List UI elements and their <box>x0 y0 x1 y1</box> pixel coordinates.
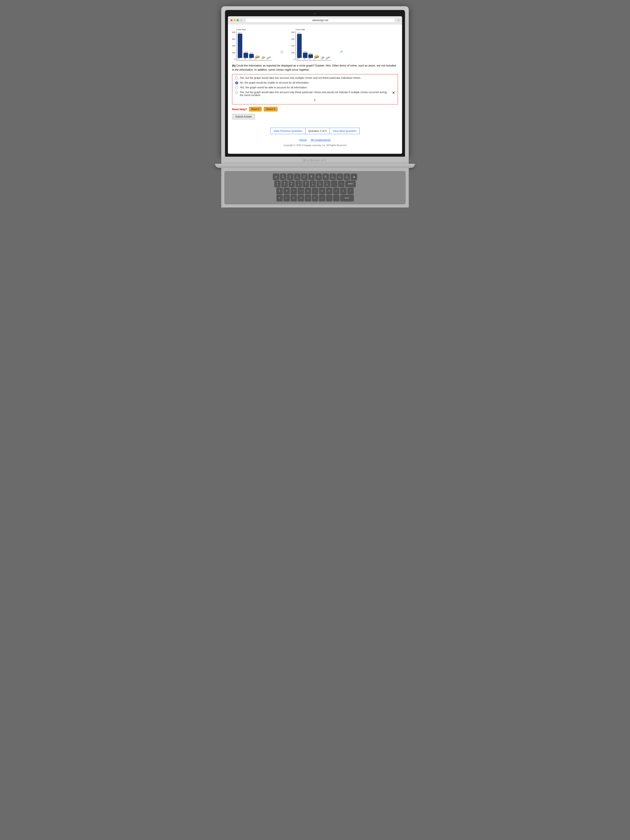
key-f10[interactable]: 🔇F10 <box>330 174 336 180</box>
chart1-title: Crime Rate <box>236 28 272 31</box>
key-9[interactable]: (9 <box>317 181 323 187</box>
key-delete[interactable]: delete <box>345 181 355 187</box>
radio-input-3[interactable] <box>235 86 238 89</box>
key-6[interactable]: ^6 <box>295 181 302 187</box>
view-previous-question-button[interactable]: View Previous Question <box>270 128 305 134</box>
radio-option-4[interactable]: Yes, but the graph would take into accou… <box>235 91 395 97</box>
key-semicolon[interactable]: ; <box>326 195 332 201</box>
key-i[interactable]: I <box>312 188 318 194</box>
read-it-button[interactable]: Read It <box>249 107 262 112</box>
key-e[interactable]: E <box>276 188 283 194</box>
radio-input-4[interactable] <box>235 91 238 94</box>
key-j[interactable]: J <box>305 195 311 201</box>
radio-option-1-text: Yes, but the graph would take into accou… <box>240 76 361 79</box>
browser-toolbar: ≡ webassign.net ↻ <box>228 16 402 24</box>
chart2-bars: 573.7 Burglary 123.3 Motor <box>295 31 332 60</box>
key-f5[interactable]: ☀F5 <box>294 174 300 180</box>
radio-input-1[interactable] <box>235 77 238 80</box>
footer-links: Home My Assignments <box>232 138 398 142</box>
key-8[interactable]: *8 <box>310 181 316 187</box>
bar-rape-2: 3.6 Rape <box>320 56 325 60</box>
key-equals[interactable]: = <box>338 181 344 187</box>
key-f12[interactable]: 🔊F12 <box>344 174 350 180</box>
key-f8[interactable]: ⏯F8 <box>316 174 322 180</box>
question-text: (b) Could the information as reported be… <box>232 63 398 72</box>
address-bar[interactable]: webassign.net <box>245 18 395 22</box>
answer-box: Yes, but the graph would take into accou… <box>232 74 398 104</box>
key-l[interactable]: L <box>319 195 325 201</box>
function-key-row: 🖥️F2 ⊞F3 ⊟F4 ☀F5 ☀☀F6 ⏮F7 ⏯F8 ⏭F9 🔇F10 🔉… <box>227 174 403 180</box>
radio-option-3[interactable]: Yes, the graph would be able to account … <box>235 86 395 89</box>
laptop-bottom <box>215 164 415 168</box>
key-0[interactable]: )0 <box>324 181 330 187</box>
key-f7[interactable]: ⏮F7 <box>308 174 314 180</box>
key-lbracket[interactable]: { <box>333 188 339 194</box>
chart1-container: 800 600 400 200 0 Crime Rate <box>232 28 272 60</box>
browser-content: 800 600 400 200 0 Crime Rate <box>228 24 402 154</box>
maximize-button[interactable] <box>237 19 239 21</box>
macbook-label: MacBook Air <box>303 158 327 162</box>
keyboard: 🖥️F2 ⊞F3 ⊟F4 ☀F5 ☀☀F6 ⏮F7 ⏯F8 ⏭F9 🔇F10 🔉… <box>224 171 406 204</box>
d-key-row: D F G H J K L ; ' return <box>227 195 403 201</box>
browser-dots <box>231 19 239 21</box>
bar-murder-2: Murder <box>325 58 330 60</box>
radio-option-3-text: Yes, the graph would be able to account … <box>240 86 308 89</box>
key-y[interactable]: Y <box>298 188 304 194</box>
my-assignments-link[interactable]: My Assignments <box>311 138 331 142</box>
key-f4[interactable]: ⊟F4 <box>287 174 293 180</box>
key-k[interactable]: K <box>312 195 318 201</box>
radio-option-2[interactable]: No, the graph would be unable to account… <box>235 81 395 84</box>
macbook-label-area: MacBook Air <box>221 157 409 164</box>
chart1-y-axis: 800 600 400 200 0 <box>232 31 236 60</box>
key-rbracket[interactable]: } <box>340 188 346 194</box>
key-f9[interactable]: ⏭F9 <box>322 174 329 180</box>
key-5[interactable]: %5 <box>289 181 295 187</box>
chart2-title: Crime Rate <box>295 28 332 31</box>
chart1-radio[interactable] <box>281 51 283 54</box>
radio-input-2[interactable] <box>235 82 238 84</box>
key-quote[interactable]: ' <box>333 195 339 201</box>
key-4[interactable]: $4 <box>281 181 288 187</box>
key-p[interactable]: P <box>326 188 332 194</box>
key-return[interactable]: return <box>340 195 354 201</box>
chart2-wrapper: 800 600 400 200 0 Crime Rate 573.7 <box>292 28 332 60</box>
key-t[interactable]: T <box>291 188 297 194</box>
refresh-icon[interactable]: ↻ <box>398 19 399 22</box>
question-section: (b) Could the information as reported be… <box>232 63 398 147</box>
check-icon: ✓ <box>340 49 343 54</box>
key-g[interactable]: G <box>291 195 297 201</box>
close-button[interactable] <box>231 19 232 21</box>
key-h[interactable]: H <box>298 195 304 201</box>
screen-bezel: ≡ webassign.net ↻ 800 600 400 <box>225 10 405 157</box>
key-power[interactable]: ⏏ <box>351 174 357 180</box>
camera-dot <box>314 13 316 14</box>
key-minus[interactable]: - <box>331 181 337 187</box>
bar-assault-1: 95.3 Assault <box>249 52 254 60</box>
bar-rape-1: 4.6 Rape <box>261 56 265 60</box>
view-next-question-button[interactable]: View Next Question <box>330 128 360 134</box>
nav-row: View Previous Question Question 3 of 5 V… <box>232 128 398 134</box>
key-f2[interactable]: 🖥️F2 <box>273 174 279 180</box>
minimize-button[interactable] <box>234 19 235 21</box>
home-link[interactable]: Home <box>299 138 307 142</box>
key-o[interactable]: O <box>319 188 325 194</box>
charts-area: 800 600 400 200 0 Crime Rate <box>232 28 398 60</box>
key-r[interactable]: R <box>284 188 290 194</box>
radio-option-1[interactable]: Yes, but the graph would take into accou… <box>235 76 395 80</box>
chart2-y-axis: 800 600 400 200 0 <box>292 31 295 60</box>
key-u[interactable]: U <box>305 188 311 194</box>
key-3[interactable]: #3 <box>275 181 281 187</box>
key-7[interactable]: &7 <box>303 181 309 187</box>
key-backslash[interactable]: \ <box>347 188 354 194</box>
key-f[interactable]: F <box>284 195 290 201</box>
chart1-wrapper: 800 600 400 200 0 Crime Rate <box>232 28 272 60</box>
key-f3[interactable]: ⊞F3 <box>280 174 286 180</box>
bar-burglary-1: 582.7 Burglary <box>237 32 243 60</box>
submit-answer-button[interactable]: Submit Answer <box>232 114 255 119</box>
key-f11[interactable]: 🔉F11 <box>337 174 343 180</box>
laptop-shell: ≡ webassign.net ↻ 800 600 400 <box>221 6 409 157</box>
key-f6[interactable]: ☀☀F6 <box>301 174 308 180</box>
chart1-with-title: Crime Rate 582.7 Burglary <box>236 28 272 60</box>
watch-it-button[interactable]: Watch It <box>264 107 278 112</box>
key-d[interactable]: D <box>276 195 283 201</box>
